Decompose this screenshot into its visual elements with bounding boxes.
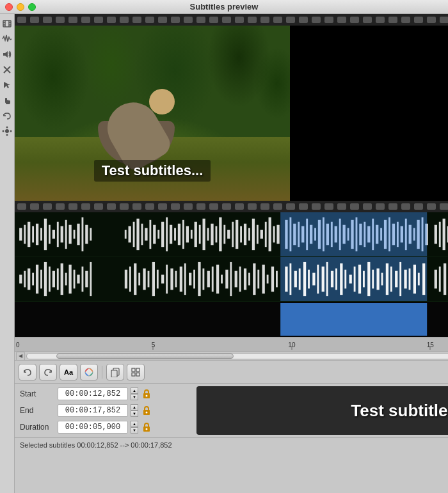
start-lock-button[interactable] <box>141 388 152 400</box>
svg-rect-41 <box>153 225 156 244</box>
svg-rect-195 <box>225 270 228 289</box>
film-hole <box>158 203 167 210</box>
start-time-up[interactable]: ▲ <box>131 387 138 394</box>
ruler-label-10: 10 <box>288 341 295 348</box>
ruler-label-5: 5 <box>152 341 156 348</box>
duration-lock-button[interactable] <box>141 421 152 433</box>
svg-rect-237 <box>418 273 420 286</box>
svg-rect-69 <box>269 217 271 251</box>
svg-rect-198 <box>239 267 241 292</box>
close-button[interactable] <box>5 3 13 11</box>
svg-rect-181 <box>161 275 164 284</box>
svg-rect-53 <box>202 219 205 250</box>
svg-rect-236 <box>413 265 416 293</box>
subtitle-overlay: Test subtitles... <box>15 160 290 182</box>
film-hole <box>184 203 193 210</box>
film-hole <box>273 17 282 23</box>
film-hole <box>81 17 90 23</box>
svg-rect-54 <box>207 228 209 241</box>
svg-rect-155 <box>19 275 22 284</box>
end-time-down[interactable]: ▼ <box>131 411 138 417</box>
waveform-tool-button[interactable] <box>0 32 14 46</box>
svg-rect-204 <box>267 275 269 284</box>
svg-rect-66 <box>257 225 259 244</box>
svg-point-13 <box>6 134 8 136</box>
end-time-input[interactable] <box>58 404 128 417</box>
color-button[interactable] <box>80 364 98 380</box>
svg-rect-224 <box>358 265 361 293</box>
video-black-area <box>290 26 448 201</box>
font-button[interactable]: Aa <box>60 364 77 380</box>
end-time-spinners[interactable]: ▲ ▼ <box>131 404 138 417</box>
grid-button[interactable] <box>127 364 145 380</box>
film-hole <box>120 17 129 23</box>
duration-time-up[interactable]: ▲ <box>131 421 138 427</box>
svg-rect-48 <box>182 220 184 249</box>
duration-time-spinners[interactable]: ▲ ▼ <box>131 421 138 434</box>
start-time-spinners[interactable]: ▲ ▼ <box>131 387 138 400</box>
film-hole <box>248 203 257 210</box>
end-time-up[interactable]: ▲ <box>131 404 138 411</box>
ruler-label-0: 0 <box>15 341 20 348</box>
svg-point-15 <box>10 130 12 132</box>
scrollbar-track[interactable] <box>26 353 448 359</box>
film-hole <box>81 203 90 210</box>
hand-tool-button[interactable] <box>0 93 14 107</box>
timeline-scrollbar[interactable]: ◀ ▶ <box>15 351 448 360</box>
svg-rect-68 <box>265 222 267 247</box>
redo-button[interactable] <box>39 364 57 380</box>
duration-time-down[interactable]: ▼ <box>131 427 138 434</box>
svg-rect-34 <box>125 230 127 239</box>
minimize-button[interactable] <box>17 3 24 11</box>
svg-rect-282 <box>280 303 427 336</box>
scrollbar-thumb[interactable] <box>56 354 234 359</box>
status-bar: Selected subtitles 00:00:12,852 --> 00:0… <box>15 437 448 451</box>
cross-tool-button[interactable] <box>0 63 14 77</box>
svg-rect-56 <box>216 226 218 243</box>
film-hole <box>132 203 141 210</box>
maximize-button[interactable] <box>28 3 36 11</box>
svg-marker-9 <box>4 82 10 88</box>
waveform-track-1[interactable] <box>15 212 448 257</box>
copy-button[interactable] <box>106 364 124 380</box>
film-hole <box>184 17 193 23</box>
svg-rect-186 <box>184 263 186 295</box>
film-hole <box>145 203 154 210</box>
subtitle-preview-box: Test subtitles... <box>196 386 448 435</box>
svg-rect-189 <box>198 262 200 296</box>
film-hole <box>273 203 282 210</box>
audio-tool-button[interactable] <box>0 47 14 61</box>
svg-rect-20 <box>36 224 38 246</box>
film-hole <box>299 203 308 210</box>
waveform-track-3[interactable] <box>15 302 448 337</box>
film-hole <box>324 203 333 210</box>
subtitle-preview-text: Test subtitles... <box>351 401 448 421</box>
svg-rect-241 <box>444 263 446 295</box>
svg-rect-217 <box>326 262 328 296</box>
film-hole <box>68 203 77 210</box>
scroll-left-button[interactable]: ◀ <box>16 352 25 361</box>
arrow-tool-button[interactable] <box>0 78 14 92</box>
duration-time-input[interactable] <box>58 421 128 434</box>
start-time-down[interactable]: ▼ <box>131 394 138 400</box>
svg-rect-35 <box>129 226 131 243</box>
waveform-track-2[interactable] <box>15 257 448 302</box>
svg-rect-231 <box>390 267 392 292</box>
film-tool-button[interactable] <box>0 17 14 31</box>
svg-rect-38 <box>141 224 143 246</box>
ruler-marks: 0 5 10 15 20 <box>15 336 448 350</box>
end-lock-button[interactable] <box>141 405 152 416</box>
film-hole <box>120 203 129 210</box>
start-time-input[interactable] <box>58 387 128 400</box>
film-hole <box>30 203 39 210</box>
svg-rect-228 <box>376 269 379 290</box>
svg-rect-174 <box>129 267 131 292</box>
video-subtitle-text: Test subtitles... <box>94 160 211 182</box>
effects-tool-button[interactable] <box>0 124 14 138</box>
undo-tool-button[interactable] <box>0 109 14 123</box>
svg-rect-159 <box>36 265 38 293</box>
svg-rect-171 <box>85 271 88 288</box>
svg-rect-206 <box>276 271 278 288</box>
undo-button[interactable] <box>19 364 36 380</box>
svg-point-292 <box>146 395 148 397</box>
